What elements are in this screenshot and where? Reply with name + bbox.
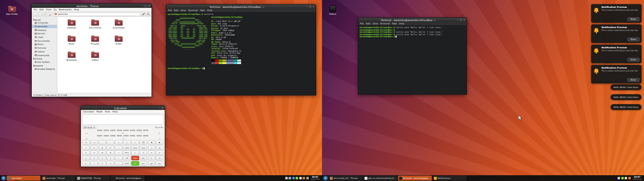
bit-editor-row-1[interactable]: 0000 0000 0000 0000 0000 0000 0000 0000 [82, 129, 163, 131]
key-n[interactable]: ↓n [90, 140, 98, 145]
menu-help[interactable]: Help [112, 110, 118, 113]
maximize-button[interactable]: □ [309, 5, 311, 8]
key-item[interactable]: × [115, 150, 123, 155]
key-a[interactable]: A [99, 150, 107, 155]
key-n[interactable]: ↑n [82, 140, 90, 145]
sidebar-item-desktop[interactable]: Desktop [32, 28, 57, 32]
key-1[interactable]: 1 [90, 161, 98, 166]
folder-music[interactable]: Music [60, 35, 83, 51]
menu-edit[interactable]: Edit [39, 8, 44, 11]
sidebar-item-browse-network[interactable]: Browse Network [32, 67, 57, 71]
path-bar[interactable]: weronika [53, 12, 140, 16]
key-b[interactable]: B [107, 150, 114, 155]
key-c[interactable]: C [82, 145, 90, 150]
folder-videos[interactable]: Videos [83, 51, 107, 67]
minimize-button[interactable]: – [306, 5, 308, 8]
volume-icon[interactable] [299, 177, 302, 179]
sidebar-item-weronika[interactable]: weronika [32, 25, 57, 29]
close-button[interactable]: × [161, 107, 163, 109]
taskbar-button-gtk-css-themes-unity-8[interactable]: gtk.css (/themes/Unity-8... [363, 176, 397, 181]
menu-file[interactable]: File [360, 22, 364, 25]
sidebar-item-downloads[interactable]: Downloads [32, 53, 57, 57]
key-xor[interactable]: XOR [123, 161, 131, 166]
key-7[interactable]: 7 [107, 156, 114, 160]
key-2[interactable]: 2 [99, 161, 107, 166]
key-9[interactable]: 9 [90, 150, 98, 155]
key-frac[interactable]: frac [156, 161, 163, 166]
menu-help[interactable]: Help [74, 8, 79, 11]
bit-editor-row-2[interactable]: 0000 0000 0000 0000 0000 0000 0000 0000 [82, 135, 163, 137]
sidebar-item-pictures[interactable]: Pictures [32, 46, 57, 50]
calculator-titlebar[interactable]: Calculator – × [81, 106, 165, 110]
power-icon[interactable] [628, 177, 631, 179]
home-button[interactable]: ⌂ [48, 12, 52, 16]
folder-downloads[interactable]: Downloads [107, 19, 130, 35]
taskbar-button-terminal-weronika-wer[interactable]: Terminal - weronika@wer... [111, 176, 144, 181]
key-int[interactable]: int [156, 156, 163, 160]
close-button[interactable]: × [463, 19, 465, 21]
menu-view[interactable]: View [372, 22, 378, 25]
key-x[interactable]: x² [140, 150, 147, 155]
sidebar-item-trash[interactable]: Trash [32, 36, 57, 39]
key-item[interactable]: = [131, 161, 139, 166]
close-button[interactable]: × [148, 5, 150, 7]
base-selector-dropdown[interactable]: Decimal ▾ [82, 126, 96, 129]
display-icon[interactable] [289, 177, 291, 179]
menu-file[interactable]: File [168, 9, 172, 12]
menu-edit[interactable]: Edit [174, 9, 178, 12]
notification-icon[interactable] [618, 177, 620, 179]
taskbar-button-weronika-thunar[interactable]: weronika - Thunar [41, 176, 75, 181]
key-sgn[interactable]: sgn [148, 161, 156, 166]
key-item[interactable]: ▶ [156, 140, 163, 145]
folder-desktop[interactable]: Desktop [60, 19, 83, 35]
desktop-icon-fallout[interactable]: Fallout [324, 5, 341, 15]
key-item[interactable]: ◀ [148, 140, 156, 145]
toast-notification[interactable]: Hello, World. I love Linux. [611, 94, 642, 100]
maximize-button[interactable]: □ [144, 5, 147, 7]
desktop-icon-new-folder[interactable]: New Folder [3, 5, 21, 15]
terminal-output[interactable]: weronika@weronika-VirtualBox:~$ notify-s… [358, 26, 466, 94]
menu-go[interactable]: Go [54, 8, 57, 11]
key-x[interactable]: xʸ [148, 150, 156, 155]
notification-action-button[interactable]: Button [627, 17, 639, 21]
key-not[interactable]: NOT [123, 150, 131, 155]
key-item[interactable]: . [107, 140, 114, 145]
sidebar-item-recent[interactable]: Recent [32, 32, 57, 36]
menu-view[interactable]: View [46, 8, 51, 11]
key-6[interactable]: 6 [99, 156, 107, 160]
minimize-button[interactable]: – [457, 19, 458, 21]
network-icon[interactable] [296, 177, 298, 179]
terminal-titlebar[interactable]: Terminal - weronika@weronika-VirtualBox:… [166, 5, 316, 9]
notification-action-button[interactable]: Button [627, 38, 639, 41]
key-n[interactable]: n! [156, 150, 163, 155]
key-item[interactable]: ÷ [115, 145, 123, 150]
network-icon[interactable] [621, 177, 624, 179]
menu-view[interactable]: View [180, 9, 186, 12]
clock[interactable]: 20:07 2025-10-05 [633, 176, 642, 180]
key-item[interactable]: √ [131, 150, 139, 155]
menu-bookmarks[interactable]: Bookmarks [59, 8, 71, 11]
taskbar-button-notifications[interactable]: Notifications [433, 176, 466, 181]
folder-pictures[interactable]: Pictures [83, 35, 107, 51]
key-fact[interactable]: fact [140, 161, 147, 166]
toast-notification[interactable]: Hello, World. I love Linux. [611, 104, 642, 110]
key-s[interactable]: s [148, 145, 156, 150]
key-5[interactable]: 5 [90, 156, 98, 160]
taskbar-button-terminal-weronika-wer[interactable]: Terminal - weronika@wer... [398, 176, 432, 181]
menu-help[interactable]: Help [207, 9, 213, 12]
clock[interactable]: 20:01 2025-10-05 [311, 176, 320, 180]
terminal-titlebar[interactable]: Terminal - weronika@weronika-VirtualBox:… [358, 18, 466, 22]
key-f[interactable]: F [107, 145, 114, 150]
menu-calculator[interactable]: Calculator [83, 110, 94, 113]
menu-view[interactable]: View [105, 110, 110, 113]
calculator-display[interactable] [82, 114, 163, 125]
minimize-button[interactable]: – [159, 107, 160, 109]
edit-path-icon[interactable] [141, 12, 145, 16]
key-item[interactable]: + [115, 161, 123, 166]
sidebar-item-videos[interactable]: Videos [32, 50, 57, 54]
key-3[interactable]: 3 [107, 161, 114, 166]
taskbar-button-calculator[interactable]: Calculator [7, 176, 40, 181]
key-item[interactable]: ⌫ [140, 140, 147, 145]
key-d[interactable]: D [90, 145, 98, 150]
notification-icon[interactable] [285, 177, 288, 179]
